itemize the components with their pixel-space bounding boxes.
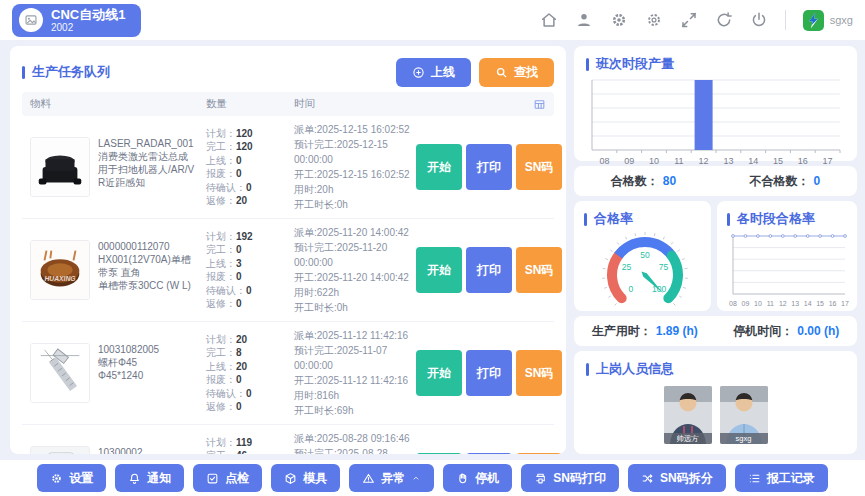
svg-text:50: 50	[640, 250, 650, 260]
line-code: 2002	[51, 22, 125, 33]
通知-button[interactable]: 通知	[115, 464, 184, 492]
queue-panel-title: 生产任务队列	[22, 63, 110, 81]
qualified-counts-strip: 合格数：80 不合格数：0	[574, 166, 857, 196]
quantity-cell: 计划：20完工：8上线：20报废：0待确认：0返修：0	[206, 333, 294, 414]
hourly-pass-chart: 08091011121314151617	[727, 228, 847, 318]
停机-button[interactable]: 停机	[443, 464, 512, 492]
divider	[785, 10, 786, 30]
quantity-cell: 计划：120完工：120上线：0报废：0待确认：0返修：20	[206, 127, 294, 208]
material-text: 0000000112070HX001(12V70A)单槽 带泵 直角单槽带泵30…	[98, 240, 200, 292]
warn-icon	[362, 472, 375, 485]
svg-text:15: 15	[816, 300, 824, 307]
异常-button[interactable]: 异常	[349, 464, 434, 492]
svg-text:11: 11	[767, 300, 774, 307]
unqualified-count: 不合格数：0	[750, 173, 821, 190]
svg-text:HUAXING: HUAXING	[44, 275, 76, 282]
sn-code-button[interactable]: SN码	[516, 247, 562, 293]
模具-button[interactable]: 模具	[271, 464, 340, 492]
material-text: 10031082005螺杆Φ45Φ45*1240	[98, 343, 200, 382]
hourly-pass-rate-panel: 各时段合格率 08091011121314151617	[717, 201, 857, 311]
title-accent	[727, 213, 730, 226]
svg-text:16: 16	[829, 300, 837, 307]
SN码打印-button[interactable]: SN码打印	[521, 464, 619, 492]
报工记录-button[interactable]: 报工记录	[735, 464, 828, 492]
start-button[interactable]: 开始	[416, 453, 462, 454]
bottom-toolbar: 设置通知点检模具异常停机SN码打印SN码拆分报工记录	[0, 460, 865, 496]
start-button[interactable]: 开始	[416, 144, 462, 190]
sn-code-button[interactable]: SN码	[516, 350, 562, 396]
material-image	[30, 446, 90, 454]
brand: sgxg	[803, 10, 853, 31]
column-settings-icon[interactable]	[533, 98, 546, 111]
time-cell: 派单:2025-11-20 14:00:42预计完工:2025-11-20 00…	[294, 225, 416, 315]
svg-text:12: 12	[779, 300, 787, 307]
svg-text:16: 16	[798, 156, 808, 166]
staff-photo: 帅远方	[664, 386, 712, 444]
table-row: 10031082005螺杆Φ45Φ45*1240 计划：20完工：8上线：20报…	[22, 322, 554, 425]
svg-text:13: 13	[791, 300, 799, 307]
svg-text:10: 10	[754, 300, 762, 307]
SN码拆分-button[interactable]: SN码拆分	[628, 464, 726, 492]
svg-text:13: 13	[723, 156, 733, 166]
pass-rate-panel: 合格率 0255075100	[574, 201, 711, 311]
power-icon[interactable]	[750, 11, 768, 29]
title-accent	[584, 213, 587, 226]
col-quantity: 数量	[206, 97, 294, 111]
printer-icon	[534, 472, 547, 485]
home-icon[interactable]	[540, 11, 558, 29]
qualified-count: 合格数：80	[611, 173, 676, 190]
downtime: 停机时间：0.00 (h)	[733, 323, 839, 340]
点检-button[interactable]: 点检	[193, 464, 262, 492]
material-image	[30, 137, 90, 197]
pass-rate-gauge: 0255075100	[584, 228, 701, 316]
print-button[interactable]: 打印	[466, 453, 512, 454]
svg-text:14: 14	[748, 156, 758, 166]
svg-text:75: 75	[659, 262, 669, 272]
material-image: HUAXING	[30, 240, 90, 300]
material-text: LASER_RADAR_001消费类激光雷达总成用于扫地机器人/AR/VR近距感…	[98, 137, 200, 189]
online-button[interactable]: 上线	[396, 58, 471, 87]
title-accent	[586, 58, 589, 71]
time-cell: 派单:2025-11-12 11:42:16预计完工:2025-11-07 00…	[294, 328, 416, 418]
brand-logo-icon	[803, 10, 824, 31]
user-icon[interactable]	[575, 11, 593, 29]
material-image	[30, 343, 90, 403]
settings-button[interactable]: 设置	[37, 464, 106, 492]
gear-icon	[50, 472, 63, 485]
staff-name: sgxg	[720, 433, 768, 444]
svg-text:25: 25	[622, 262, 632, 272]
svg-text:08: 08	[599, 156, 609, 166]
pass-rate-title: 合格率	[584, 210, 701, 228]
shift-output-panel: 班次时段产量 08091011121314151617	[574, 46, 857, 161]
table-row: 10300002一体式直流充电桩XXX 计划：119完工：46上线：39报废：1…	[22, 425, 554, 454]
svg-text:17: 17	[823, 156, 833, 166]
top-bar: CNC自动线1 2002 sgxg	[0, 0, 865, 40]
expand-icon[interactable]	[680, 11, 698, 29]
print-button[interactable]: 打印	[466, 350, 512, 396]
table-row: HUAXING 0000000112070HX001(12V70A)单槽 带泵 …	[22, 219, 554, 322]
search-button[interactable]: 查找	[479, 58, 554, 87]
print-button[interactable]: 打印	[466, 247, 512, 293]
refresh-icon[interactable]	[715, 11, 733, 29]
plus-circle-icon	[412, 66, 425, 79]
staff-panel: 上岗人员信息 帅远方sgxg	[574, 351, 857, 454]
material-text: 10300002一体式直流充电桩XXX	[98, 446, 200, 454]
line-name: CNC自动线1	[51, 8, 125, 22]
svg-text:15: 15	[773, 156, 783, 166]
svg-text:14: 14	[804, 300, 812, 307]
svg-text:12: 12	[699, 156, 709, 166]
split-icon	[641, 472, 654, 485]
staff-panel-title: 上岗人员信息	[586, 360, 845, 378]
check-icon	[206, 472, 219, 485]
staff-name: 帅远方	[664, 433, 712, 444]
gear-outline-icon[interactable]	[645, 11, 663, 29]
start-button[interactable]: 开始	[416, 247, 462, 293]
gear-filled-icon[interactable]	[610, 11, 628, 29]
sn-code-button[interactable]: SN码	[516, 453, 562, 454]
start-button[interactable]: 开始	[416, 350, 462, 396]
svg-text:17: 17	[841, 300, 849, 307]
sn-code-button[interactable]: SN码	[516, 144, 562, 190]
production-line-badge[interactable]: CNC自动线1 2002	[12, 4, 141, 37]
shift-output-title: 班次时段产量	[586, 55, 845, 73]
print-button[interactable]: 打印	[466, 144, 512, 190]
